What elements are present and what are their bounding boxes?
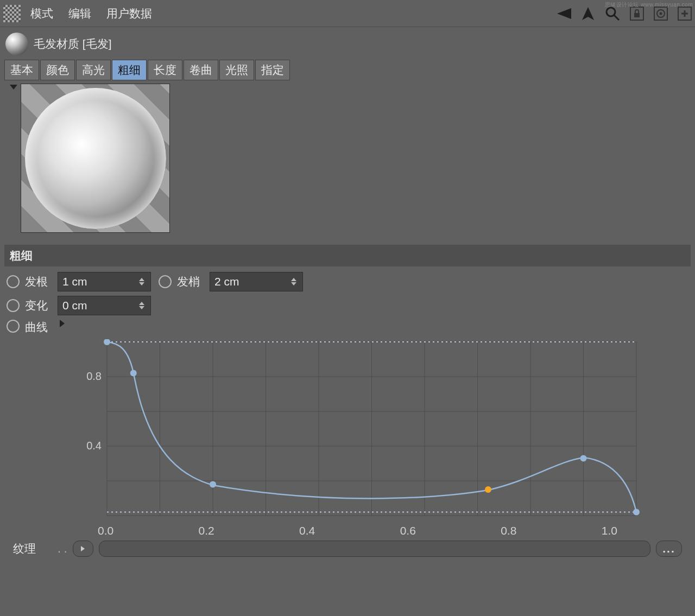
tip-label: 发梢 (177, 274, 204, 289)
tab-2[interactable]: 高光 (76, 60, 111, 80)
variation-anim-radio[interactable] (7, 299, 20, 312)
svg-line-3 (614, 15, 619, 20)
collapse-icon[interactable] (10, 85, 17, 90)
svg-text:0.8: 0.8 (86, 370, 102, 382)
params: 发根 发梢 变化 曲线 0.40.8 0.00.20.40.60.81.0 纹理… (0, 269, 695, 560)
root-label: 发根 (25, 274, 52, 289)
texture-input[interactable] (99, 541, 650, 557)
menu-userdata[interactable]: 用户数据 (106, 6, 152, 21)
svg-point-31 (130, 370, 137, 377)
root-input[interactable] (62, 275, 139, 288)
curve-label: 曲线 (25, 320, 52, 335)
texture-dots-label: . . (58, 542, 67, 555)
tab-1[interactable]: 颜色 (40, 60, 75, 80)
curve-expand-icon[interactable] (60, 320, 65, 327)
tip-field[interactable] (210, 272, 303, 291)
tab-5[interactable]: 卷曲 (184, 60, 218, 80)
spline-x-axis: 0.00.20.40.60.81.0 (77, 524, 617, 537)
tabs: 基本颜色高光粗细长度卷曲光照指定 (0, 58, 695, 80)
tip-anim-radio[interactable] (159, 275, 172, 288)
checker-icon (3, 5, 21, 22)
svg-point-32 (210, 481, 216, 487)
tip-spinner[interactable] (291, 278, 298, 285)
watermark-text: 思绪设计论坛 www.missyuan.com (605, 1, 693, 9)
root-spinner[interactable] (139, 278, 146, 285)
svg-rect-4 (634, 13, 640, 17)
svg-marker-0 (557, 8, 571, 19)
svg-text:0.4: 0.4 (86, 440, 102, 452)
preview-sphere (25, 88, 166, 229)
svg-point-33 (485, 486, 491, 493)
svg-point-6 (660, 12, 662, 15)
material-orb-icon (5, 33, 28, 55)
curve-anim-radio[interactable] (7, 320, 20, 333)
tab-3[interactable]: 粗细 (112, 60, 147, 80)
section-header: 粗细 (4, 245, 691, 266)
nav-back-icon[interactable] (555, 7, 571, 20)
menu-edit[interactable]: 编辑 (68, 6, 91, 21)
variation-field[interactable] (58, 296, 151, 315)
root-anim-radio[interactable] (7, 275, 20, 288)
texture-label: 纹理 (13, 541, 52, 556)
tab-0[interactable]: 基本 (4, 60, 39, 80)
variation-spinner[interactable] (139, 302, 146, 309)
tab-6[interactable]: 光照 (219, 60, 254, 80)
tab-4[interactable]: 长度 (148, 60, 182, 80)
menu-mode[interactable]: 模式 (30, 6, 53, 21)
root-field[interactable] (58, 272, 151, 291)
material-header: 毛发材质 [毛发] (0, 27, 695, 58)
svg-point-30 (104, 339, 110, 345)
menubar: 模式 编辑 用户数据 (0, 0, 695, 27)
tip-input[interactable] (214, 275, 291, 288)
texture-picker-button[interactable] (73, 541, 93, 557)
tab-7[interactable]: 指定 (255, 60, 290, 80)
material-title: 毛发材质 [毛发] (34, 36, 112, 52)
svg-point-35 (633, 509, 640, 516)
svg-marker-1 (582, 7, 594, 20)
variation-label: 变化 (25, 298, 52, 313)
material-preview (21, 84, 170, 233)
texture-more-button[interactable]: ... (656, 541, 682, 557)
svg-point-34 (580, 455, 587, 461)
spline-editor[interactable]: 0.40.8 0.00.20.40.60.81.0 (77, 339, 688, 537)
nav-up-icon[interactable] (581, 6, 595, 21)
variation-input[interactable] (62, 299, 139, 312)
